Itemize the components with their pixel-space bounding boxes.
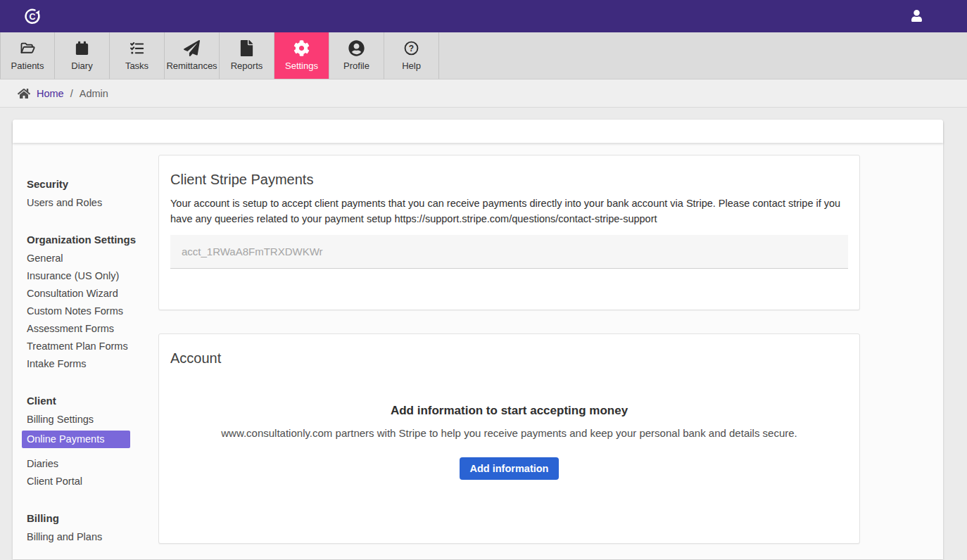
- sidebar-section-security: SecurityUsers and Roles: [27, 175, 158, 212]
- tab-label: Help: [402, 61, 421, 71]
- account-card-title: Account: [170, 349, 848, 367]
- stripe-card-description: Your account is setup to accept client p…: [170, 196, 846, 227]
- sidebar-header-billing: Billing: [27, 509, 158, 527]
- container-body: SecurityUsers and RolesOrganization Sett…: [13, 143, 943, 560]
- sidebar-item-assessment-forms[interactable]: Assessment Forms: [27, 320, 158, 338]
- tab-reports[interactable]: Reports: [220, 32, 274, 79]
- tab-label: Reports: [231, 61, 263, 71]
- sidebar-item-consultation-wizard[interactable]: Consultation Wizard: [27, 285, 158, 303]
- gear-icon: [293, 40, 310, 56]
- sidebar-item-billing-settings[interactable]: Billing Settings: [27, 411, 158, 428]
- sidebar-item-diaries[interactable]: Diaries: [27, 455, 158, 473]
- question-circle-icon: ?: [403, 40, 419, 56]
- client-stripe-payments-card: Client Stripe Payments Your account is s…: [158, 155, 860, 310]
- tab-diary[interactable]: Diary: [55, 32, 110, 79]
- sidebar-section-client: ClientBilling SettingsOnline PaymentsDia…: [27, 392, 158, 490]
- home-icon: [18, 88, 30, 99]
- tasks-icon: [129, 40, 145, 56]
- tab-label: Settings: [285, 61, 318, 71]
- tab-label: Tasks: [125, 61, 148, 71]
- tab-patients[interactable]: Patients: [0, 32, 55, 79]
- settings-sidebar: SecurityUsers and RolesOrganization Sett…: [13, 155, 158, 560]
- folder-open-icon: [20, 40, 36, 56]
- container-header: [13, 120, 943, 143]
- sidebar-item-users-and-roles[interactable]: Users and Roles: [27, 194, 158, 212]
- sidebar-header-client: Client: [27, 392, 158, 409]
- svg-text:?: ?: [409, 44, 414, 53]
- settings-container: SecurityUsers and RolesOrganization Sett…: [13, 120, 943, 559]
- sidebar-item-client-portal[interactable]: Client Portal: [27, 473, 158, 490]
- add-information-button[interactable]: Add information: [460, 457, 560, 480]
- tab-label: Remittances: [166, 61, 217, 71]
- svg-text:C: C: [30, 12, 36, 22]
- account-card: Account Add information to start accepti…: [158, 333, 860, 544]
- paper-plane-icon: [184, 40, 200, 56]
- account-heading: Add information to start accepting money: [170, 404, 848, 418]
- sidebar-item-online-payments[interactable]: Online Payments: [22, 431, 130, 448]
- tab-label: Diary: [71, 61, 92, 71]
- breadcrumb-home-link[interactable]: Home: [37, 88, 64, 99]
- tab-label: Profile: [343, 61, 369, 71]
- tab-profile[interactable]: Profile: [329, 32, 384, 79]
- sidebar-header-organization-settings: Organization Settings: [27, 231, 158, 248]
- main-nav: PatientsDiaryTasksRemittancesReportsSett…: [0, 32, 967, 79]
- settings-main: Client Stripe Payments Your account is s…: [158, 155, 860, 560]
- user-icon[interactable]: [909, 9, 923, 23]
- stripe-account-id-input[interactable]: [170, 235, 848, 269]
- calendar-icon: [74, 40, 90, 56]
- breadcrumb-current: Admin: [80, 88, 108, 99]
- breadcrumb-separator: /: [70, 88, 73, 99]
- tab-tasks[interactable]: Tasks: [110, 32, 165, 79]
- sidebar-section-organization-settings: Organization SettingsGeneralInsurance (U…: [27, 231, 158, 373]
- account-card-center: Add information to start accepting money…: [170, 404, 848, 480]
- tab-help[interactable]: ?Help: [384, 32, 439, 79]
- sidebar-item-insurance-us-only[interactable]: Insurance (US Only): [27, 267, 158, 285]
- topbar: C: [0, 0, 967, 32]
- sidebar-section-billing: BillingBilling and Plans: [27, 509, 158, 546]
- stripe-card-title: Client Stripe Payments: [170, 170, 848, 189]
- file-icon: [239, 40, 255, 56]
- consultationly-logo-icon: C: [23, 7, 42, 25]
- page: SecurityUsers and RolesOrganization Sett…: [0, 108, 967, 559]
- user-circle-icon: [348, 40, 365, 56]
- sidebar-item-general[interactable]: General: [27, 250, 158, 267]
- sidebar-item-treatment-plan-forms[interactable]: Treatment Plan Forms: [27, 338, 158, 355]
- tab-remittances[interactable]: Remittances: [165, 32, 220, 79]
- tab-settings[interactable]: Settings: [274, 32, 329, 79]
- breadcrumb: Home / Admin: [0, 79, 967, 108]
- sidebar-header-security: Security: [27, 175, 158, 193]
- sidebar-item-custom-notes-forms[interactable]: Custom Notes Forms: [27, 303, 158, 320]
- sidebar-item-intake-forms[interactable]: Intake Forms: [27, 355, 158, 373]
- sidebar-item-billing-and-plans[interactable]: Billing and Plans: [27, 528, 158, 546]
- account-description: www.consultationly.com partners with Str…: [170, 427, 848, 439]
- tab-label: Patients: [11, 61, 44, 71]
